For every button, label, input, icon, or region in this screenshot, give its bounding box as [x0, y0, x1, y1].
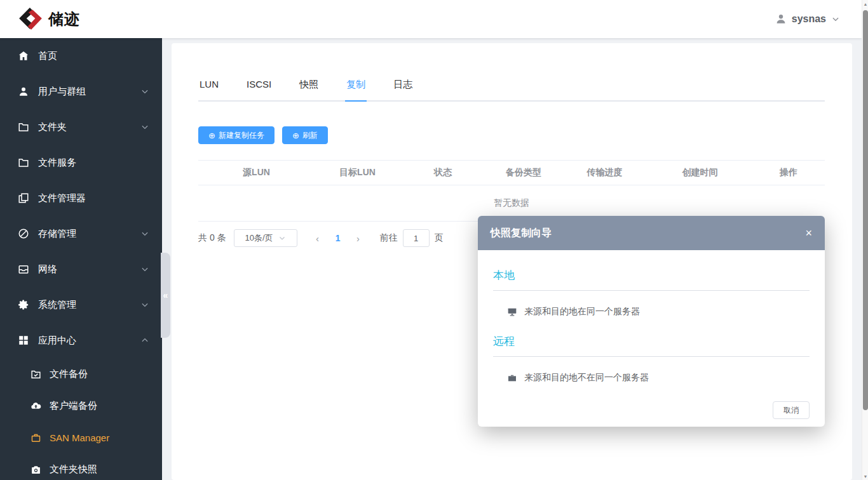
- sidebar-item-label: 文件管理器: [38, 192, 149, 204]
- page-size-select[interactable]: 10条/页: [234, 229, 297, 247]
- sidebar-item-system[interactable]: 系统管理: [0, 287, 162, 323]
- chevron-down-icon: [140, 229, 149, 238]
- local-option[interactable]: 来源和目的地在同一个服务器: [507, 306, 810, 317]
- sidebar-collapse-handle[interactable]: «: [161, 253, 170, 338]
- dialog-body: 本地 来源和目的地在同一个服务器 远程 来源和目的地不在同一个服务器: [478, 250, 825, 401]
- sidebar-item-app-center[interactable]: 应用中心: [0, 323, 162, 358]
- network-icon: [18, 263, 29, 275]
- sidebar-subitem-file-backup[interactable]: 文件备份: [0, 358, 162, 390]
- sidebar-item-label: 系统管理: [38, 299, 140, 311]
- sidebar-item-label: 文件服务: [38, 157, 149, 169]
- column-header-backup-type: 备份类型: [485, 167, 562, 178]
- column-header-target-lun: 目标LUN: [315, 167, 400, 178]
- pager-page-1[interactable]: 1: [328, 233, 348, 243]
- chevron-down-icon: [140, 300, 149, 309]
- remote-section-heading: 远程: [493, 334, 810, 349]
- folder-icon: [18, 121, 29, 133]
- sidebar-subitem-label: SAN Manager: [50, 432, 109, 443]
- brand-logo-icon: [18, 6, 43, 32]
- browser-scrollbar[interactable]: ▲ ▼: [862, 0, 868, 480]
- chevron-up-icon: [140, 336, 149, 345]
- sidebar-item-storage[interactable]: 存储管理: [0, 216, 162, 251]
- user-avatar-icon: [775, 13, 787, 25]
- scrollbar-up-arrow[interactable]: ▲: [862, 0, 868, 8]
- desktop-icon: [507, 307, 517, 317]
- storage-icon: [18, 228, 29, 239]
- dialog-footer: 取消: [478, 401, 825, 427]
- chevron-down-icon: [140, 265, 149, 274]
- tab-bar: LUN ISCSI 快照 复制 日志: [198, 75, 825, 102]
- sidebar-item-label: 用户与群组: [38, 86, 140, 98]
- home-icon: [18, 50, 29, 62]
- dialog-header: 快照复制向导 ×: [478, 216, 825, 250]
- scrollbar-down-arrow[interactable]: ▼: [862, 472, 868, 480]
- copy-icon: [18, 192, 29, 204]
- pager-prev-button[interactable]: ‹: [308, 229, 328, 247]
- sidebar: 首页 用户与群组 文件夹 文件服务 文件管理器 存储: [0, 38, 162, 480]
- folder-check-icon: [31, 369, 41, 380]
- create-replication-task-button[interactable]: ⊕ 新建复制任务: [198, 126, 275, 144]
- camera-icon: [31, 464, 41, 475]
- tab-log[interactable]: 日志: [392, 75, 414, 100]
- sidebar-item-label: 文件夹: [38, 121, 140, 133]
- user-group-icon: [18, 86, 29, 97]
- remote-section: 远程 来源和目的地不在同一个服务器: [493, 334, 810, 383]
- refresh-icon: ⊕: [292, 131, 299, 140]
- page-unit-label: 页: [435, 232, 444, 244]
- brand: 储迹: [18, 6, 80, 32]
- local-section-heading: 本地: [493, 268, 810, 283]
- sidebar-item-file-manager[interactable]: 文件管理器: [0, 180, 162, 216]
- column-header-status: 状态: [400, 167, 485, 178]
- username: sysnas: [792, 13, 826, 25]
- page-size-value: 10条/页: [245, 232, 273, 244]
- sidebar-subitem-folder-snapshot[interactable]: 文件夹快照: [0, 453, 162, 480]
- tab-lun[interactable]: LUN: [198, 75, 220, 100]
- chevron-down-icon: [140, 87, 149, 96]
- sidebar-item-users-groups[interactable]: 用户与群组: [0, 74, 162, 109]
- folder-icon: [18, 157, 29, 168]
- create-button-label: 新建复制任务: [219, 130, 264, 141]
- circle-plus-icon: ⊕: [208, 131, 215, 140]
- user-menu[interactable]: sysnas: [775, 13, 840, 25]
- user-chevron-down-icon: [831, 15, 840, 23]
- goto-label: 前往: [380, 232, 398, 244]
- scrollbar-thumb[interactable]: [863, 10, 868, 410]
- cloud-upload-icon: [31, 401, 41, 411]
- cancel-button[interactable]: 取消: [773, 401, 810, 419]
- remote-option[interactable]: 来源和目的地不在同一个服务器: [507, 372, 810, 383]
- grid-icon: [18, 335, 29, 346]
- sidebar-item-file-service[interactable]: 文件服务: [0, 145, 162, 180]
- sidebar-item-label: 首页: [38, 50, 149, 62]
- refresh-button[interactable]: ⊕ 刷新: [282, 126, 328, 144]
- column-header-transfer-progress: 传输进度: [562, 167, 648, 178]
- dialog-title: 快照复制向导: [491, 227, 552, 240]
- column-header-source-lun: 源LUN: [198, 167, 315, 178]
- remote-briefcase-icon: [507, 373, 517, 383]
- sidebar-item-folders[interactable]: 文件夹: [0, 109, 162, 145]
- sidebar-subitem-label: 文件备份: [50, 368, 88, 380]
- tab-replication[interactable]: 复制: [345, 75, 367, 100]
- local-section: 本地 来源和目的地在同一个服务器: [493, 268, 810, 317]
- sidebar-subitem-label: 客户端备份: [50, 400, 97, 412]
- replication-table: 源LUN 目标LUN 状态 备份类型 传输进度 创建时间 操作 暂无数据: [198, 160, 825, 222]
- goto-page-input[interactable]: [403, 229, 430, 247]
- local-option-label: 来源和目的地在同一个服务器: [524, 306, 640, 317]
- gear-icon: [18, 299, 29, 310]
- pager-goto: 前往 页: [380, 229, 444, 247]
- column-header-created-time: 创建时间: [648, 167, 752, 178]
- sidebar-item-network[interactable]: 网络: [0, 251, 162, 287]
- close-icon[interactable]: ×: [805, 227, 812, 239]
- refresh-button-label: 刷新: [302, 130, 318, 141]
- remote-option-label: 来源和目的地不在同一个服务器: [524, 372, 649, 383]
- tab-iscsi[interactable]: ISCSI: [245, 75, 273, 100]
- briefcase-icon: [31, 432, 41, 443]
- sidebar-item-label: 应用中心: [38, 335, 140, 347]
- sidebar-subitem-client-backup[interactable]: 客户端备份: [0, 390, 162, 422]
- sidebar-subitem-san-manager[interactable]: SAN Manager: [0, 422, 162, 453]
- sidebar-item-home[interactable]: 首页: [0, 38, 162, 74]
- collapse-icon: «: [163, 290, 168, 300]
- snapshot-replication-wizard-dialog: 快照复制向导 × 本地 来源和目的地在同一个服务器 远程 来源和目的地不在同一个…: [478, 216, 825, 427]
- tab-snapshot[interactable]: 快照: [298, 75, 320, 100]
- pager-next-button[interactable]: ›: [348, 229, 369, 247]
- brand-name: 储迹: [48, 9, 80, 29]
